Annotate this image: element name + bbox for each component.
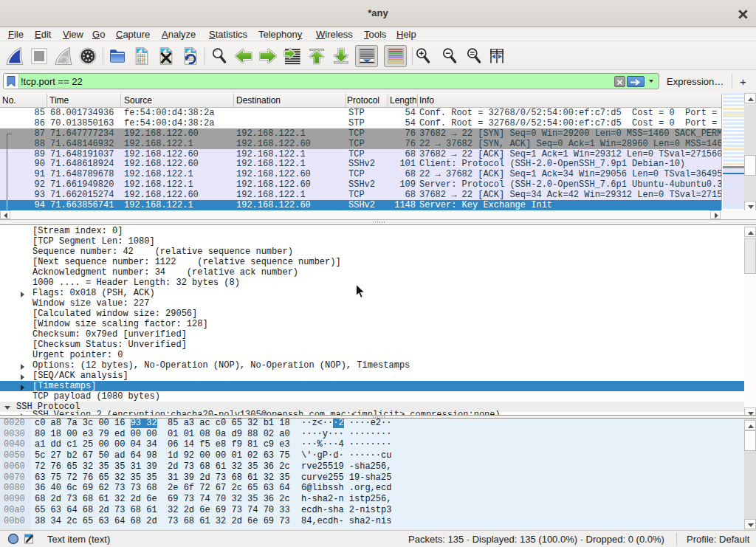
svg-text:0111: 0111 [137,61,145,64]
